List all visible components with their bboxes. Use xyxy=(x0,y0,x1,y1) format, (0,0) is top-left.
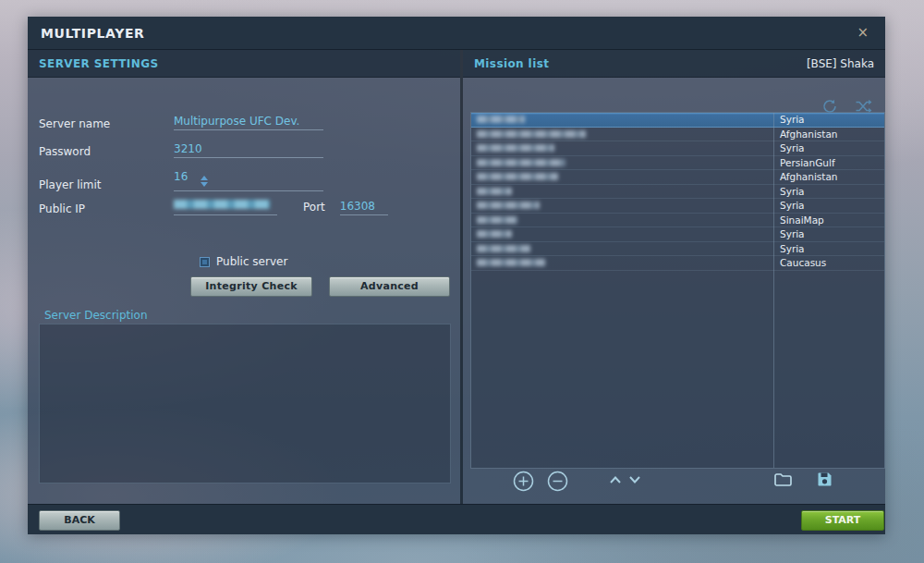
mission-row[interactable]: Syria xyxy=(471,185,884,200)
mission-map-label: Afghanistan xyxy=(773,129,838,140)
mission-name-redacted xyxy=(471,130,773,138)
dialog-content: SERVER SETTINGS Server name Multipurpose… xyxy=(28,50,885,504)
mission-map-label: Afghanistan xyxy=(773,171,838,182)
mission-row[interactable]: Syria xyxy=(471,141,884,156)
advanced-button[interactable]: Advanced xyxy=(329,276,450,297)
mission-name-redacted xyxy=(471,173,773,180)
mission-name-redacted xyxy=(471,116,773,123)
server-description-textarea[interactable] xyxy=(39,324,451,483)
mission-name-redacted xyxy=(471,230,773,238)
server-description-label: Server Description xyxy=(44,309,148,322)
stepper-down-icon[interactable] xyxy=(201,182,208,187)
player-limit-input[interactable]: 16 xyxy=(174,170,323,191)
mission-name-redacted xyxy=(471,216,773,224)
mission-list-header: Mission list [BSE] Shaka xyxy=(463,50,885,78)
remove-icon[interactable] xyxy=(547,471,568,492)
start-button[interactable]: START xyxy=(801,510,884,531)
public-server-checkbox[interactable] xyxy=(200,257,210,267)
mission-map-label: Syria xyxy=(773,243,805,254)
player-limit-row: Player limit 16 xyxy=(39,170,323,191)
mission-name-redacted xyxy=(471,144,773,152)
public-ip-label: Public IP xyxy=(39,202,174,215)
port-input[interactable]: 16308 xyxy=(340,200,388,215)
server-name-input[interactable]: Multipurpose UFC Dev. xyxy=(174,115,323,130)
mission-list-title: Mission list xyxy=(474,57,549,70)
password-label: Password xyxy=(39,145,174,158)
password-row: Password 3210 xyxy=(39,142,323,158)
player-name-label: [BSE] Shaka xyxy=(807,57,874,70)
server-settings-header: SERVER SETTINGS xyxy=(28,50,460,78)
mission-row[interactable]: Syria xyxy=(471,227,884,242)
close-icon[interactable]: × xyxy=(853,24,872,42)
mission-map-label: Syria xyxy=(773,186,805,197)
mission-map-label: Caucasus xyxy=(773,257,826,268)
mission-name-redacted xyxy=(471,245,773,252)
mission-map-label: Syria xyxy=(773,200,805,211)
mission-row[interactable]: Caucasus xyxy=(471,256,884,271)
password-input[interactable]: 3210 xyxy=(174,142,323,158)
move-down-icon[interactable] xyxy=(628,475,641,484)
mission-row[interactable]: Syria xyxy=(471,199,884,214)
mission-map-label: Syria xyxy=(773,228,805,239)
mission-list-box: SyriaAfghanistanSyriaPersianGulfAfghanis… xyxy=(470,112,885,469)
move-up-icon[interactable] xyxy=(609,475,622,484)
mission-row[interactable]: SinaiMap xyxy=(471,214,884,228)
mission-row[interactable]: Syria xyxy=(471,113,884,128)
mission-row[interactable]: Syria xyxy=(471,242,884,257)
mission-map-label: PersianGulf xyxy=(773,157,835,168)
mission-row[interactable]: Afghanistan xyxy=(471,170,884,185)
stepper-up-icon[interactable] xyxy=(201,176,208,180)
page-title: MULTIPLAYER xyxy=(41,26,144,41)
integrity-check-button[interactable]: Integrity Check xyxy=(190,276,312,297)
public-ip-row: Public IP Port 16308 xyxy=(39,200,388,215)
multiplayer-dialog: MULTIPLAYER × SERVER SETTINGS Server nam… xyxy=(28,17,885,534)
mission-map-label: Syria xyxy=(773,142,805,153)
mission-list-bottom-toolbar xyxy=(463,469,885,496)
port-label: Port xyxy=(303,201,325,214)
mission-row[interactable]: PersianGulf xyxy=(471,156,884,171)
title-bar: MULTIPLAYER × xyxy=(28,17,885,50)
mission-map-label: SinaiMap xyxy=(773,214,824,226)
save-icon[interactable] xyxy=(816,471,833,488)
public-ip-redacted-value xyxy=(174,200,270,209)
public-server-row[interactable]: Public server xyxy=(200,255,287,268)
public-ip-input[interactable] xyxy=(174,200,277,215)
footer-bar: BACK START xyxy=(28,504,885,534)
mission-list-panel: Mission list [BSE] Shaka SyriaAfghanista… xyxy=(463,50,885,504)
server-settings-title: SERVER SETTINGS xyxy=(39,57,158,70)
add-icon[interactable] xyxy=(513,471,534,492)
player-limit-label: Player limit xyxy=(39,178,174,191)
mission-name-redacted xyxy=(471,188,773,195)
mission-name-redacted xyxy=(471,159,773,166)
mission-name-redacted xyxy=(471,259,773,266)
player-limit-stepper[interactable] xyxy=(201,176,208,187)
server-name-label: Server name xyxy=(39,117,174,130)
server-name-row: Server name Multipurpose UFC Dev. xyxy=(39,115,323,130)
public-server-label: Public server xyxy=(216,255,287,268)
mission-map-label: Syria xyxy=(773,114,805,125)
mission-row[interactable]: Afghanistan xyxy=(471,128,884,142)
back-button[interactable]: BACK xyxy=(39,510,120,531)
mission-name-redacted xyxy=(471,202,773,209)
mission-list-rows: SyriaAfghanistanSyriaPersianGulfAfghanis… xyxy=(471,113,884,271)
folder-icon[interactable] xyxy=(773,471,793,488)
mission-list-column-divider xyxy=(773,113,774,468)
server-settings-panel: SERVER SETTINGS Server name Multipurpose… xyxy=(28,50,460,504)
